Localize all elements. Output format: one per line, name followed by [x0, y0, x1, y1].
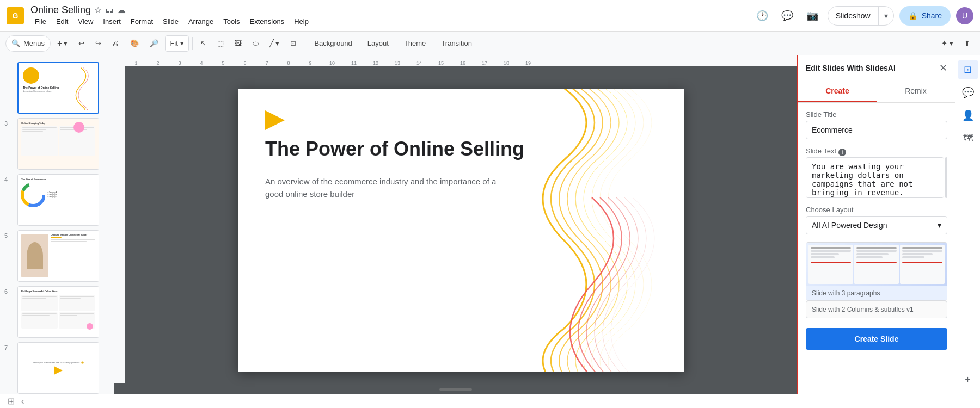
slide-title-input[interactable]	[806, 121, 947, 139]
top-bar: G Online Selling ☆ 🗂 ☁ File Edit View In…	[0, 0, 980, 32]
zoom-in-button[interactable]: 🔎	[145, 35, 163, 52]
user-avatar[interactable]: U	[956, 7, 973, 24]
ruler-left	[114, 66, 125, 383]
shape-tool[interactable]: ⬭	[248, 35, 263, 52]
comment-button[interactable]: 💬	[777, 6, 797, 26]
grid-view-icon[interactable]: ⊞	[8, 396, 15, 406]
slide-thumb-6[interactable]: 6 Building a Successful Online Store	[0, 284, 114, 340]
layout-option-2[interactable]: Slide with 2 Columns & subtitles v1	[806, 301, 947, 318]
background-button[interactable]: Background	[308, 35, 358, 52]
menu-format[interactable]: Format	[126, 16, 157, 27]
panel-tabs: Create Remix	[798, 81, 955, 103]
thumb-2[interactable]: The Power of Online Selling An overview …	[17, 62, 99, 114]
slide-thumb-7[interactable]: 7 Thank you. Please feel free to ask any…	[0, 340, 114, 394]
layout-preview: Slide with 3 paragraphs Slide with 2 Col…	[806, 242, 947, 318]
text-scroll-indicator[interactable]	[945, 157, 947, 198]
layout-label: Choose Layout	[806, 206, 947, 214]
theme-button[interactable]: Theme	[397, 35, 432, 52]
menu-insert[interactable]: Insert	[99, 16, 125, 27]
layout-select[interactable]: All AI Powered Design ▾	[806, 216, 947, 234]
menu-view[interactable]: View	[74, 16, 97, 27]
select-tool[interactable]: ⬚	[213, 35, 228, 52]
expand-button[interactable]: ⬆	[960, 35, 975, 52]
panel-close-button[interactable]: ✕	[939, 62, 947, 74]
camera-button[interactable]: 📷	[803, 6, 822, 26]
play-icon	[265, 110, 285, 130]
fit-dropdown-icon: ▾	[180, 39, 184, 47]
thumb-4[interactable]: The Rise of Ecommerce ● Category A ● Cat…	[17, 174, 99, 226]
image-tool[interactable]: 🖼	[230, 35, 246, 52]
slide-thumb-2[interactable]: The Power of Online Selling An overview …	[0, 60, 114, 116]
ruler-ticks: 1 2 3 4 5 6 7 8 9 10 11 12 13 14 15 16 1…	[114, 55, 539, 66]
create-slide-button[interactable]: Create Slide	[806, 328, 947, 350]
menu-tools[interactable]: Tools	[219, 16, 244, 27]
sidebar-map-icon[interactable]: 🗺	[958, 128, 978, 148]
line-tool[interactable]: ╱ ▾	[265, 35, 284, 52]
doc-title-area: Online Selling ☆ 🗂 ☁ File Edit View Inse…	[30, 4, 313, 27]
slide-title-label: Slide Title	[806, 110, 947, 119]
menu-slide[interactable]: Slide	[158, 16, 183, 27]
thumb-7[interactable]: Thank you. Please feel free to ask any q…	[17, 342, 99, 394]
add-slide-button[interactable]: + ▾	[53, 35, 72, 52]
layout-preview-image	[806, 243, 947, 286]
menu-file[interactable]: File	[30, 16, 51, 27]
panel-header: Edit Slides With SlidesAI ✕	[798, 55, 955, 81]
scroll-thumb[interactable]	[439, 388, 472, 391]
plus-icon: +	[57, 39, 62, 48]
panel-title: Edit Slides With SlidesAI	[806, 64, 896, 72]
paint-button[interactable]: 🎨	[126, 35, 143, 52]
menu-edit[interactable]: Edit	[52, 16, 72, 27]
history-button[interactable]: 🕐	[752, 6, 772, 26]
slide-text-input[interactable]: You are wasting your marketing dollars o…	[806, 157, 944, 198]
app-logo[interactable]: G	[7, 7, 24, 24]
ruler-top: 1 2 3 4 5 6 7 8 9 10 11 12 13 14 15 16 1…	[114, 55, 797, 66]
ai-assist-button[interactable]: ✦ ▾	[937, 35, 958, 52]
sidebar-add-icon[interactable]: +	[958, 370, 978, 390]
slideshow-button[interactable]: Slideshow ▾	[828, 6, 894, 26]
star-icon[interactable]: ☆	[94, 5, 102, 15]
main-area: The Power of Online Selling An overview …	[0, 55, 980, 394]
top-bar-right: 🕐 💬 📷 Slideshow ▾ 🔒 Share U	[752, 6, 973, 26]
fit-dropdown[interactable]: Fit ▾	[165, 35, 188, 52]
menu-arrange[interactable]: Arrange	[184, 16, 218, 27]
menu-bar: File Edit View Insert Format Slide Arran…	[30, 16, 313, 27]
drive-icon[interactable]: 🗂	[105, 5, 114, 15]
layout-button[interactable]: Layout	[361, 35, 395, 52]
tab-remix[interactable]: Remix	[877, 81, 955, 102]
redo-button[interactable]: ↪	[91, 35, 106, 52]
transition-button[interactable]: Transition	[434, 35, 479, 52]
print-button[interactable]: 🖨	[108, 35, 124, 52]
far-right-panel: ⊡ 💬 👤 🗺 +	[955, 55, 980, 394]
add-dropdown-icon: ▾	[64, 39, 68, 47]
thumb-6[interactable]: Building a Successful Online Store	[17, 286, 99, 338]
slide-thumb-5[interactable]: 5 Choosing the Right Online Store Builde…	[0, 228, 114, 284]
align-tool[interactable]: ⊡	[286, 35, 301, 52]
cloud-icon[interactable]: ☁	[117, 5, 126, 15]
slide-canvas: The Power of Online Selling An overview …	[238, 89, 684, 372]
menu-help[interactable]: Help	[290, 16, 313, 27]
sidebar-comment-icon[interactable]: 💬	[958, 83, 978, 102]
slide-text-label: Slide Text	[806, 147, 836, 155]
tab-create[interactable]: Create	[798, 81, 877, 102]
sidebar-explore-icon[interactable]: ⊡	[958, 60, 978, 79]
collapse-icon[interactable]: ‹	[21, 397, 24, 406]
thumb-3[interactable]: Online Shopping Today	[17, 118, 99, 170]
sidebar-person-icon[interactable]: 👤	[958, 106, 978, 125]
bottom-bar: ⊞ ‹	[0, 394, 980, 408]
slide-thumb-4[interactable]: 4 The Rise of Ecommerce ● Cat	[0, 172, 114, 228]
slide-title-field: Slide Title	[806, 110, 947, 139]
search-menus[interactable]: 🔍 Menus	[5, 35, 51, 52]
cursor-tool[interactable]: ↖	[196, 35, 211, 52]
slide-thumb-3[interactable]: 3 Online Shopping Today	[0, 116, 114, 172]
fit-label: Fit	[170, 39, 177, 47]
info-icon[interactable]: i	[838, 149, 846, 156]
doc-title: Online Selling	[30, 4, 91, 16]
undo-button[interactable]: ↩	[74, 35, 89, 52]
layout-caption: Slide with 3 paragraphs	[806, 286, 947, 300]
slideshow-label: Slideshow	[828, 11, 878, 20]
share-button[interactable]: 🔒 Share	[899, 6, 951, 26]
slideshow-arrow-icon[interactable]: ▾	[879, 11, 893, 20]
menu-extensions[interactable]: Extensions	[246, 16, 289, 27]
canvas-area: 1 2 3 4 5 6 7 8 9 10 11 12 13 14 15 16 1…	[114, 55, 797, 394]
thumb-5[interactable]: Choosing the Right Online Store Builder	[17, 230, 99, 282]
